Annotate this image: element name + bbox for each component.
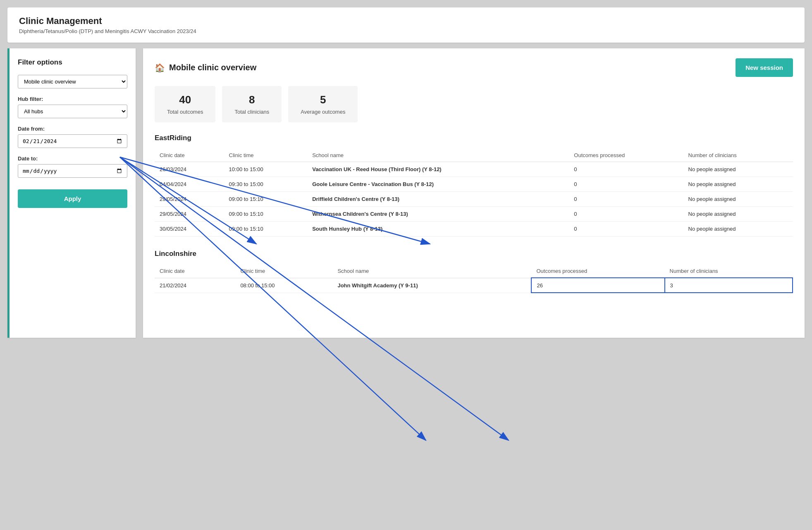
apply-button[interactable]: Apply xyxy=(18,189,127,208)
date-to-label: Date to: xyxy=(18,155,127,162)
hub-filter-label: Hub filter: xyxy=(18,96,127,102)
eastriding-table: Clinic date Clinic time School name Outc… xyxy=(155,149,793,236)
region-lincolnshire-title: Lincolnshire xyxy=(155,250,793,260)
cell-date: 30/05/2024 xyxy=(155,222,224,236)
cell-date: 04/04/2024 xyxy=(155,177,224,192)
region-lincolnshire: Lincolnshire Clinic date Clinic time Sch… xyxy=(155,250,793,293)
cell-time: 09:00 to 15:10 xyxy=(224,192,308,207)
col-school: School name xyxy=(332,265,531,278)
page-title: Clinic Management xyxy=(19,16,793,26)
date-to-group: Date to: xyxy=(18,155,127,178)
stat-total-clinicians-value: 8 xyxy=(234,93,269,106)
cell-time: 09:30 to 15:00 xyxy=(224,177,308,192)
cell-outcomes: 0 xyxy=(569,177,683,192)
table-row: 26/03/2024 10:00 to 15:00 Vaccination UK… xyxy=(155,162,793,177)
stat-total-outcomes-label: Total outcomes xyxy=(167,109,203,115)
table-row: 30/05/2024 09:00 to 15:10 South Hunsley … xyxy=(155,222,793,236)
cell-date: 26/03/2024 xyxy=(155,162,224,177)
stat-avg-outcomes-value: 5 xyxy=(301,93,345,106)
stat-card-total-clinicians: 8 Total clinicians xyxy=(222,86,282,122)
col-school: School name xyxy=(307,149,569,162)
cell-time: 09:00 to 15:10 xyxy=(224,222,308,236)
table-row: 29/05/2024 09:00 to 15:10 Driffield Chil… xyxy=(155,192,793,207)
cell-school[interactable]: Vaccination UK - Reed House (Third Floor… xyxy=(307,162,569,177)
cell-clinicians: No people assigned xyxy=(683,192,793,207)
cell-school[interactable]: Driffield Children's Centre (Y 8-13) xyxy=(307,192,569,207)
col-clinicians: Number of clinicians xyxy=(683,149,793,162)
cell-clinicians: No people assigned xyxy=(683,177,793,192)
cell-time: 09:00 to 15:10 xyxy=(224,207,308,222)
cell-clinicians: 3 xyxy=(665,278,793,293)
cell-outcomes: 0 xyxy=(569,207,683,222)
top-header: Clinic Management Diphtheria/Tetanus/Pol… xyxy=(7,7,805,43)
cell-school[interactable]: Goole Leisure Centre - Vaccination Bus (… xyxy=(307,177,569,192)
table-row: 29/05/2024 09:00 to 15:10 Withernsea Chi… xyxy=(155,207,793,222)
col-time: Clinic time xyxy=(235,265,332,278)
stat-avg-outcomes-label: Average outcomes xyxy=(301,109,345,115)
date-to-input[interactable] xyxy=(18,164,127,178)
date-from-group: Date from: xyxy=(18,126,127,148)
stat-card-avg-outcomes: 5 Average outcomes xyxy=(288,86,358,122)
cell-time: 10:00 to 15:00 xyxy=(224,162,308,177)
new-session-button[interactable]: New session xyxy=(736,58,793,77)
house-icon: 🏠 xyxy=(155,63,165,73)
col-outcomes: Outcomes processed xyxy=(531,265,664,278)
date-from-label: Date from: xyxy=(18,126,127,132)
cell-clinicians: No people assigned xyxy=(683,222,793,236)
cell-date: 21/02/2024 xyxy=(155,278,235,293)
cell-outcomes: 26 xyxy=(531,278,664,293)
cell-clinicians: No people assigned xyxy=(683,162,793,177)
hub-filter-group: Hub filter: All hubs xyxy=(18,96,127,118)
view-filter-group: Mobile clinic overview xyxy=(18,75,127,88)
cell-school[interactable]: South Hunsley Hub (Y 8-13) xyxy=(307,222,569,236)
cell-school[interactable]: John Whitgift Academy (Y 9-11) xyxy=(332,278,531,293)
content-header: 🏠 Mobile clinic overview New session xyxy=(155,58,793,77)
date-from-input[interactable] xyxy=(18,134,127,148)
sidebar-title: Filter options xyxy=(18,58,127,67)
cell-clinicians: No people assigned xyxy=(683,207,793,222)
content-area: 🏠 Mobile clinic overview New session 40 … xyxy=(143,48,805,338)
cell-time: 08:00 to 15:00 xyxy=(235,278,332,293)
stats-row: 40 Total outcomes 8 Total clinicians 5 A… xyxy=(155,86,793,122)
region-eastriding-title: EastRiding xyxy=(155,134,793,144)
hub-select[interactable]: All hubs xyxy=(18,105,127,118)
lincolnshire-table: Clinic date Clinic time School name Outc… xyxy=(155,265,793,293)
lincolnshire-table-header: Clinic date Clinic time School name Outc… xyxy=(155,265,793,278)
page-subtitle: Diphtheria/Tetanus/Polio (DTP) and Menin… xyxy=(19,28,793,34)
cell-school[interactable]: Withernsea Children's Centre (Y 8-13) xyxy=(307,207,569,222)
region-eastriding: EastRiding Clinic date Clinic time Schoo… xyxy=(155,134,793,236)
view-select[interactable]: Mobile clinic overview xyxy=(18,75,127,88)
table-row: 21/02/2024 08:00 to 15:00 John Whitgift … xyxy=(155,278,793,293)
col-time: Clinic time xyxy=(224,149,308,162)
content-title-text: Mobile clinic overview xyxy=(169,63,256,72)
sidebar: Filter options Mobile clinic overview Hu… xyxy=(7,48,136,338)
table-row: 04/04/2024 09:30 to 15:00 Goole Leisure … xyxy=(155,177,793,192)
cell-date: 29/05/2024 xyxy=(155,207,224,222)
col-date: Clinic date xyxy=(155,149,224,162)
stat-total-clinicians-label: Total clinicians xyxy=(234,109,269,115)
eastriding-table-header: Clinic date Clinic time School name Outc… xyxy=(155,149,793,162)
cell-outcomes: 0 xyxy=(569,222,683,236)
stat-card-total-outcomes: 40 Total outcomes xyxy=(155,86,215,122)
col-outcomes: Outcomes processed xyxy=(569,149,683,162)
col-date: Clinic date xyxy=(155,265,235,278)
stat-total-outcomes-value: 40 xyxy=(167,93,203,106)
main-layout: Filter options Mobile clinic overview Hu… xyxy=(7,48,805,338)
cell-outcomes: 0 xyxy=(569,192,683,207)
cell-date: 29/05/2024 xyxy=(155,192,224,207)
col-clinicians: Number of clinicians xyxy=(665,265,793,278)
content-title: 🏠 Mobile clinic overview xyxy=(155,63,256,73)
cell-outcomes: 0 xyxy=(569,162,683,177)
